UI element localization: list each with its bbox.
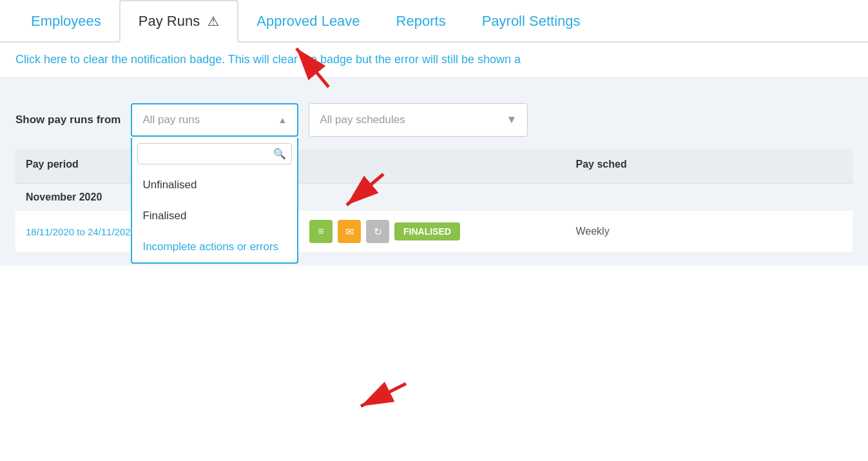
warning-icon: ⚠ [207,14,219,29]
svg-line-4 [361,384,406,406]
dropdown-search-input[interactable] [144,148,273,160]
pay-runs-dropdown-panel: 🔍 Unfinalised Finalised Incomplete actio… [131,138,298,264]
filter-row: Show pay runs from All pay runs ▲ 🔍 Unfi… [15,90,853,150]
row-actions: ≡ ✉ ↻ FINALISED [309,220,576,243]
filter-label: Show pay runs from [15,113,121,126]
col-header-status [309,159,576,174]
row-schedule: Weekly [576,226,843,237]
col-header-schedule: Pay sched [576,159,843,174]
option-incomplete[interactable]: Incomplete actions or errors [132,231,297,262]
pay-runs-dropdown: All pay runs ▲ 🔍 Unfinalised Finalised I… [131,103,298,137]
pay-schedules-dropdown[interactable]: All pay schedules ▼ [309,103,528,137]
tab-payroll-settings[interactable]: Payroll Settings [464,1,599,41]
tab-pay-runs[interactable]: Pay Runs ⚠ [119,0,239,43]
notification-bar[interactable]: Click here to clear the notification bad… [0,43,868,77]
option-finalised[interactable]: Finalised [132,201,297,231]
list-icon: ≡ [318,226,323,237]
dropdown2-arrow-down: ▼ [506,113,517,126]
tab-approved-leave[interactable]: Approved Leave [238,1,378,41]
tab-employees[interactable]: Employees [13,1,119,41]
pay-runs-dropdown-trigger[interactable]: All pay runs ▲ [131,103,298,137]
tab-bar: Employees Pay Runs ⚠ Approved Leave Repo… [0,0,868,43]
tab-reports[interactable]: Reports [378,1,464,41]
search-icon: 🔍 [273,148,286,160]
main-content: Show pay runs from All pay runs ▲ 🔍 Unfi… [0,77,868,266]
mail-icon: ✉ [345,226,354,238]
refresh-icon: ↻ [374,226,382,238]
status-badge: FINALISED [394,222,460,240]
action-list-btn[interactable]: ≡ [309,220,333,243]
dropdown-search-box[interactable]: 🔍 [137,143,292,164]
dropdown1-arrow-up: ▲ [278,115,287,125]
action-mail-btn[interactable]: ✉ [338,220,361,243]
option-unfinalised[interactable]: Unfinalised [132,170,297,201]
action-refresh-btn[interactable]: ↻ [366,220,389,243]
